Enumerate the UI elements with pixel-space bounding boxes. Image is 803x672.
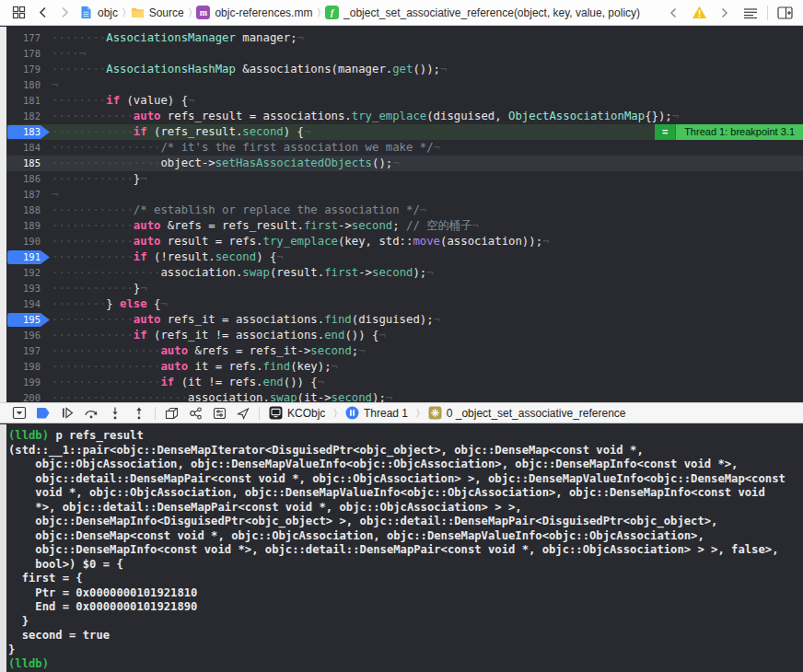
breadcrumb-item[interactable]: Source xyxy=(131,6,184,19)
code-line-193[interactable]: 193············}¬ xyxy=(0,281,803,296)
code-token: find xyxy=(324,313,352,326)
code-line-177[interactable]: 177········AssociationsManager manager;¬ xyxy=(0,30,803,46)
process-breadcrumb-item[interactable]: Thread 1 xyxy=(345,406,408,420)
breakpoints-toggle-icon[interactable] xyxy=(31,405,55,422)
code-line-194[interactable]: 194········} else {¬ xyxy=(0,296,803,312)
breadcrumb-item[interactable]: objc xyxy=(79,6,118,19)
breadcrumb-label: objc-references.mm xyxy=(215,6,312,19)
code-token: try_emplace xyxy=(263,235,338,248)
indent-whitespace-dots: ········ xyxy=(52,63,106,75)
jump-bar: objc〉Source〉mobjc-references.mm〉f_object… xyxy=(0,0,803,26)
code-token: second xyxy=(372,266,413,279)
back-chevron-icon[interactable] xyxy=(33,4,52,22)
thread-breakpoint-badge[interactable]: =Thread 1: breakpoint 3.1 xyxy=(655,124,803,140)
code-line-187[interactable]: 187¬ xyxy=(0,187,803,203)
newline-glyph: ¬ xyxy=(434,313,440,326)
related-items-icon[interactable] xyxy=(9,4,28,22)
console-text: objc::DenseMap<const void *, objc::ObjcA… xyxy=(8,529,704,542)
console-text: } xyxy=(8,643,15,656)
prev-issue-chevron-icon[interactable] xyxy=(664,4,682,22)
newline-glyph: ¬ xyxy=(318,376,324,388)
code-token: find xyxy=(263,360,291,373)
code-token: auto xyxy=(134,313,161,326)
newline-glyph: ¬ xyxy=(79,47,86,60)
code-token: ()); xyxy=(413,63,440,75)
add-editor-icon[interactable] xyxy=(775,4,794,22)
process-breadcrumb-separator-icon: 〉 xyxy=(416,407,420,419)
simulate-location-icon[interactable] xyxy=(231,405,255,422)
view-hierarchy-icon[interactable] xyxy=(159,405,183,422)
code-line-188[interactable]: 188············/* establish or replace t… xyxy=(0,203,803,218)
code-line-185[interactable]: 185················object->setHasAssocia… xyxy=(0,156,803,171)
console-line: objc::detail::DenseMapPair<const void *,… xyxy=(8,472,803,487)
code-line-191[interactable]: 191············if (!result.second) {¬ xyxy=(0,249,803,265)
console-line: objc::DenseMap<const void *, objc::ObjcA… xyxy=(8,529,803,544)
code-line-198[interactable]: 198················auto it = refs.find(k… xyxy=(0,359,803,375)
code-line-181[interactable]: 181········if (value) {¬ xyxy=(0,93,803,109)
breadcrumb-label: Source xyxy=(149,6,184,19)
code-token: // 空的桶子 xyxy=(406,219,471,232)
code-token: {}); xyxy=(645,110,672,122)
code-token: end xyxy=(263,376,284,388)
process-breadcrumb-item[interactable]: KCObjc xyxy=(269,406,325,420)
process-breadcrumb-item[interactable]: 0 _object_set_associative_reference xyxy=(428,406,626,420)
jump-bar-right xyxy=(664,4,794,22)
indent-whitespace-dots: ············ xyxy=(52,219,134,232)
code-line-183[interactable]: 183············if (refs_result.second) {… xyxy=(0,124,803,140)
console-line: objc::DenseMapInfo<DisguisedPtr<objc_obj… xyxy=(8,515,803,529)
code-token: (association)); xyxy=(440,235,542,248)
newline-glyph: ¬ xyxy=(542,235,549,248)
code-line-189[interactable]: 189············auto &refs = refs_result.… xyxy=(0,218,803,234)
code-line-197[interactable]: 197················auto &refs = refs_it-… xyxy=(0,343,803,359)
code-line-182[interactable]: 182············auto refs_result = associ… xyxy=(0,109,803,124)
code-line-180[interactable]: 180¬ xyxy=(0,77,803,93)
newline-glyph: ¬ xyxy=(276,250,283,263)
step-out-icon[interactable] xyxy=(127,405,151,422)
code-line-179[interactable]: 179········AssociationsHashMap &associat… xyxy=(0,62,803,77)
step-into-icon[interactable] xyxy=(103,405,127,422)
editor-options-icon[interactable] xyxy=(741,4,760,22)
console-text: p refs_result xyxy=(55,429,143,442)
memory-graph-icon[interactable] xyxy=(183,405,207,422)
hide-debug-area-icon[interactable] xyxy=(7,405,31,422)
code-line-190[interactable]: 190············auto result = refs.try_em… xyxy=(0,234,803,249)
code-token: auto xyxy=(134,110,161,122)
source-editor[interactable]: 177········AssociationsManager manager;¬… xyxy=(0,27,803,402)
code-line-178[interactable]: 178····¬ xyxy=(0,46,803,62)
indent-whitespace-dots: ············ xyxy=(52,235,134,248)
code-line-196[interactable]: 196············if (refs_it != associatio… xyxy=(0,328,803,343)
debug-console[interactable]: (lldb) p refs_result(std::__1::pair<objc… xyxy=(0,424,803,672)
continue-execution-icon[interactable] xyxy=(55,405,79,422)
warning-icon[interactable] xyxy=(690,4,708,22)
code-line-199[interactable]: 199················if (it != refs.end())… xyxy=(0,375,803,390)
breadcrumb-item[interactable]: f_object_set_associative_reference(objec… xyxy=(325,6,640,19)
code-token: move xyxy=(413,235,440,248)
code-line-186[interactable]: 186············}¬ xyxy=(0,171,803,187)
code-line-200[interactable]: 200····················association.swap(… xyxy=(0,390,803,402)
code-token: ObjectAssociationMap xyxy=(508,110,645,122)
newline-glyph: ¬ xyxy=(52,188,58,201)
code-line-195[interactable]: 195············auto refs_it = associatio… xyxy=(0,312,803,328)
indent-whitespace-dots: ················ xyxy=(52,141,160,154)
console-line: (lldb) p refs_result xyxy=(8,429,803,444)
code-token: refs_result = associations. xyxy=(160,110,351,122)
next-issue-chevron-icon[interactable] xyxy=(716,4,734,22)
forward-chevron-icon[interactable] xyxy=(55,4,74,22)
step-over-icon[interactable] xyxy=(79,405,103,422)
code-line-192[interactable]: 192················association.swap(resu… xyxy=(0,265,803,281)
code-line-184[interactable]: 184················/* it's the first ass… xyxy=(0,140,803,156)
environment-overrides-icon[interactable] xyxy=(207,405,231,422)
indent-whitespace-dots: ············ xyxy=(52,329,134,342)
breadcrumb-item[interactable]: mobjc-references.mm xyxy=(196,6,312,19)
code-token: object-> xyxy=(160,156,215,169)
function-badge: f xyxy=(325,6,339,19)
console-text: Ptr = 0x0000000101921810 xyxy=(8,586,197,599)
code-token: &refs = refs_result. xyxy=(160,219,303,232)
code-token: (it-> xyxy=(297,391,332,402)
code-token: it = refs. xyxy=(188,360,262,373)
code-token: auto xyxy=(160,344,188,357)
code-token: (refs_result. xyxy=(147,125,243,138)
folder-icon xyxy=(131,6,145,19)
target-icon xyxy=(269,406,283,420)
code-token: (refs_it != associations. xyxy=(147,329,325,342)
